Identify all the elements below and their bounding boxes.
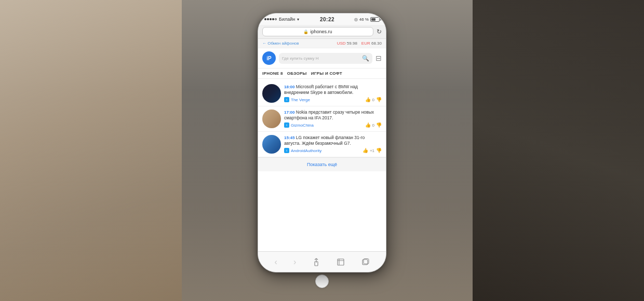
news-content-1: Microsoft работает с BMW над внедрением … bbox=[284, 84, 358, 95]
news-feed: 18:00 Microsoft работает с BMW над внедр… bbox=[258, 79, 386, 251]
source-label-2: GizmoChina bbox=[291, 123, 314, 128]
news-thumb-3 bbox=[262, 135, 281, 154]
signal-dot-2 bbox=[267, 18, 269, 20]
share-button[interactable] bbox=[312, 258, 320, 266]
news-item-1: 18:00 Microsoft работает с BMW над внедр… bbox=[258, 81, 386, 106]
news-source-1: t The Verge 👍 0 👎 bbox=[284, 97, 382, 102]
dislike-btn-3[interactable]: 👎 bbox=[376, 148, 382, 153]
url-text: iphones.ru bbox=[310, 29, 332, 34]
like-count-1: 0 bbox=[372, 98, 374, 102]
carrier-name: Билайн bbox=[279, 17, 295, 22]
eur-info: EUR 68.30 bbox=[361, 41, 382, 46]
bookmarks-button[interactable] bbox=[337, 258, 345, 266]
lock-icon: 🔒 bbox=[303, 30, 308, 34]
news-body-2: 17:00 Nokia представит сразу четыре новы… bbox=[284, 110, 382, 128]
dislike-btn-1[interactable]: 👎 bbox=[376, 97, 382, 102]
like-count-2: 0 bbox=[372, 123, 374, 128]
like-count-3: +1 bbox=[370, 148, 374, 153]
status-right: ◎ 46 % bbox=[354, 17, 380, 22]
nav-item-iphone8[interactable]: IPHONE 8 bbox=[262, 71, 283, 76]
news-item-2: 17:00 Nokia представит сразу четыре новы… bbox=[258, 106, 386, 132]
signal-dots bbox=[264, 18, 277, 20]
news-time-3: 15:45 bbox=[284, 135, 294, 140]
source-name-2[interactable]: t GizmoChina bbox=[284, 122, 314, 128]
news-source-2: t GizmoChina 👍 0 👎 bbox=[284, 122, 382, 128]
signal-dot-3 bbox=[270, 18, 272, 20]
news-content-3: LG покажет новый флагман 31-го августа. … bbox=[284, 135, 365, 146]
usd-info: USD 59.98 bbox=[337, 41, 357, 46]
battery-icon: ◎ bbox=[354, 17, 358, 22]
news-item-3: 15:45 LG покажет новый флагман 31-го авг… bbox=[258, 132, 386, 157]
news-time-2: 17:00 bbox=[284, 110, 294, 115]
currency-info: USD 59.98 EUR 68.30 bbox=[337, 41, 382, 46]
top-banner: ← Обмен айфонов USD 59.98 EUR 68.30 bbox=[258, 39, 386, 48]
news-thumb-1 bbox=[262, 84, 281, 103]
svg-rect-1 bbox=[338, 259, 344, 265]
logo[interactable]: iP bbox=[262, 51, 276, 65]
bg-left bbox=[0, 0, 182, 301]
browser-bar: 🔒 iphones.ru ↻ bbox=[258, 25, 386, 39]
wifi-icon: ▾ bbox=[297, 17, 299, 22]
scene: Билайн ▾ 20:22 ◎ 46 % 🔒 bbox=[0, 0, 644, 301]
forward-button[interactable]: › bbox=[293, 257, 296, 267]
battery-percent: 46 % bbox=[359, 17, 369, 22]
news-text-3: 15:45 LG покажет новый флагман 31-го авг… bbox=[284, 135, 382, 146]
vote-area-2: 👍 0 👎 bbox=[365, 122, 382, 128]
usd-value: 59.98 bbox=[347, 41, 357, 46]
battery-graphic bbox=[370, 17, 380, 22]
back-button[interactable]: ‹ bbox=[275, 257, 277, 267]
phone-body: Билайн ▾ 20:22 ◎ 46 % 🔒 bbox=[258, 13, 386, 272]
battery-fill bbox=[371, 18, 375, 21]
bg-right bbox=[473, 0, 644, 301]
source-name-1[interactable]: t The Verge bbox=[284, 97, 310, 102]
nav-menu: IPHONE 8 ОБЗОРЫ ИГРЫ И СОФТ bbox=[258, 69, 386, 79]
source-name-3[interactable]: t AndroidAuthority bbox=[284, 148, 321, 153]
usd-label: USD bbox=[337, 41, 346, 46]
source-label-1: The Verge bbox=[291, 98, 310, 102]
signal-dot-5 bbox=[275, 18, 277, 20]
show-more-button[interactable]: Показать ещё bbox=[258, 157, 386, 171]
twitter-icon-1: t bbox=[284, 97, 289, 102]
power-button[interactable] bbox=[386, 60, 386, 78]
vote-area-3: 👍 +1 👎 bbox=[363, 148, 382, 153]
news-source-3: t AndroidAuthority 👍 +1 👎 bbox=[284, 148, 382, 153]
source-label-3: AndroidAuthority bbox=[291, 148, 321, 153]
twitter-icon-2: t bbox=[284, 122, 289, 128]
time-display: 20:22 bbox=[320, 17, 334, 22]
search-placeholder: Где купить сумку H bbox=[282, 56, 319, 61]
nav-item-games[interactable]: ИГРЫ И СОФТ bbox=[311, 71, 342, 76]
phone-wrapper: Билайн ▾ 20:22 ◎ 46 % 🔒 bbox=[258, 13, 386, 288]
like-btn-2[interactable]: 👍 bbox=[365, 122, 371, 128]
news-text-1: 18:00 Microsoft работает с BMW над внедр… bbox=[284, 84, 382, 95]
search-icon[interactable]: 🔍 bbox=[362, 55, 369, 62]
reload-button[interactable]: ↻ bbox=[377, 28, 382, 35]
eur-value: 68.30 bbox=[371, 41, 382, 46]
home-button[interactable] bbox=[315, 275, 329, 288]
bottom-toolbar: ‹ › bbox=[258, 251, 386, 272]
signal-dot-4 bbox=[272, 18, 274, 20]
url-bar[interactable]: 🔒 iphones.ru bbox=[262, 27, 373, 36]
twitter-icon-3: t bbox=[284, 148, 289, 153]
news-content-2: Nokia представит сразу четыре новых смар… bbox=[284, 110, 374, 120]
search-box[interactable]: Где купить сумку H 🔍 bbox=[279, 53, 372, 64]
news-thumb-2 bbox=[262, 110, 281, 128]
tabs-button[interactable] bbox=[361, 258, 369, 266]
news-body-3: 15:45 LG покажет новый флагман 31-го авг… bbox=[284, 135, 382, 154]
signin-icon[interactable]: ⊟ bbox=[375, 54, 382, 62]
site-content: ← Обмен айфонов USD 59.98 EUR 68.30 bbox=[258, 39, 386, 272]
eur-label: EUR bbox=[361, 41, 370, 46]
site-header: iP Где купить сумку H 🔍 ⊟ bbox=[258, 48, 386, 69]
nav-item-reviews[interactable]: ОБЗОРЫ bbox=[287, 71, 307, 76]
like-btn-1[interactable]: 👍 bbox=[365, 97, 371, 102]
phone-screen: Билайн ▾ 20:22 ◎ 46 % 🔒 bbox=[258, 13, 386, 272]
news-body-1: 18:00 Microsoft работает с BMW над внедр… bbox=[284, 84, 382, 103]
dislike-btn-2[interactable]: 👎 bbox=[376, 122, 382, 128]
news-time-1: 18:00 bbox=[284, 85, 294, 89]
vote-area-1: 👍 0 👎 bbox=[365, 97, 382, 102]
status-left: Билайн ▾ bbox=[264, 17, 300, 22]
exchange-link[interactable]: ← Обмен айфонов bbox=[262, 41, 299, 46]
signal-dot-1 bbox=[264, 18, 266, 20]
like-btn-3[interactable]: 👍 bbox=[363, 148, 368, 153]
status-bar: Билайн ▾ 20:22 ◎ 46 % bbox=[258, 13, 386, 25]
news-text-2: 17:00 Nokia представит сразу четыре новы… bbox=[284, 110, 382, 121]
